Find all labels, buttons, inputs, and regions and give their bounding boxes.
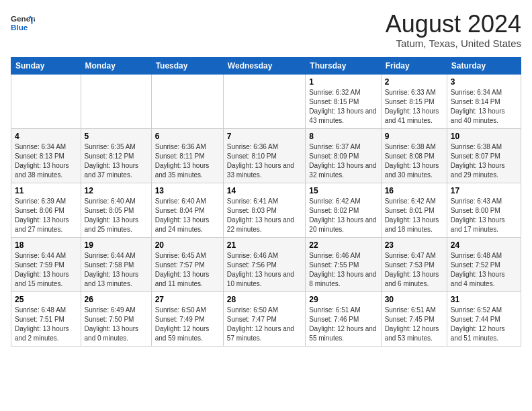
day-cell: 29Sunrise: 6:51 AM Sunset: 7:46 PM Dayli…: [306, 291, 381, 346]
day-number: 13: [155, 186, 220, 195]
day-cell: 5Sunrise: 6:35 AM Sunset: 8:12 PM Daylig…: [81, 128, 151, 183]
day-number: 11: [15, 186, 77, 195]
day-info: Sunrise: 6:51 AM Sunset: 7:45 PM Dayligh…: [385, 306, 443, 343]
day-number: 14: [227, 186, 302, 195]
day-info: Sunrise: 6:50 AM Sunset: 7:49 PM Dayligh…: [155, 306, 220, 343]
day-number: 23: [385, 240, 443, 250]
day-info: Sunrise: 6:49 AM Sunset: 7:50 PM Dayligh…: [85, 306, 148, 343]
week-row-1: 1Sunrise: 6:32 AM Sunset: 8:15 PM Daylig…: [11, 74, 521, 128]
col-header-monday: Monday: [81, 57, 151, 74]
day-info: Sunrise: 6:48 AM Sunset: 7:52 PM Dayligh…: [451, 251, 517, 289]
day-info: Sunrise: 6:38 AM Sunset: 8:08 PM Dayligh…: [385, 142, 443, 180]
col-header-friday: Friday: [381, 57, 447, 74]
day-cell: 13Sunrise: 6:40 AM Sunset: 8:04 PM Dayli…: [151, 183, 223, 237]
day-cell: 24Sunrise: 6:48 AM Sunset: 7:52 PM Dayli…: [447, 237, 521, 291]
day-number: 4: [15, 132, 77, 141]
day-cell: 8Sunrise: 6:37 AM Sunset: 8:09 PM Daylig…: [306, 128, 381, 183]
col-header-thursday: Thursday: [306, 57, 381, 74]
day-info: Sunrise: 6:34 AM Sunset: 8:13 PM Dayligh…: [15, 142, 77, 180]
day-info: Sunrise: 6:35 AM Sunset: 8:12 PM Dayligh…: [85, 142, 148, 180]
day-number: 20: [155, 240, 220, 250]
day-number: 26: [85, 295, 148, 304]
day-info: Sunrise: 6:47 AM Sunset: 7:53 PM Dayligh…: [385, 251, 443, 289]
day-number: 25: [15, 295, 77, 304]
col-header-wednesday: Wednesday: [223, 57, 306, 74]
day-cell: 1Sunrise: 6:32 AM Sunset: 8:15 PM Daylig…: [306, 74, 381, 128]
day-number: 2: [385, 77, 443, 87]
day-number: 22: [309, 240, 377, 250]
week-row-4: 18Sunrise: 6:44 AM Sunset: 7:59 PM Dayli…: [11, 237, 521, 291]
col-header-saturday: Saturday: [447, 57, 521, 74]
col-header-tuesday: Tuesday: [151, 57, 223, 74]
day-cell: 18Sunrise: 6:44 AM Sunset: 7:59 PM Dayli…: [11, 237, 81, 291]
day-cell: 25Sunrise: 6:48 AM Sunset: 7:51 PM Dayli…: [11, 291, 81, 346]
day-info: Sunrise: 6:33 AM Sunset: 8:15 PM Dayligh…: [385, 88, 443, 126]
day-info: Sunrise: 6:52 AM Sunset: 7:44 PM Dayligh…: [451, 306, 517, 343]
day-cell: 30Sunrise: 6:51 AM Sunset: 7:45 PM Dayli…: [381, 291, 447, 346]
day-number: 1: [309, 77, 377, 87]
day-info: Sunrise: 6:50 AM Sunset: 7:47 PM Dayligh…: [227, 306, 302, 343]
day-cell: [223, 74, 306, 128]
day-number: 15: [309, 186, 377, 195]
day-info: Sunrise: 6:37 AM Sunset: 8:09 PM Dayligh…: [309, 142, 377, 180]
day-number: 17: [451, 186, 517, 195]
day-number: 19: [85, 240, 148, 250]
day-number: 9: [385, 132, 443, 141]
day-cell: 4Sunrise: 6:34 AM Sunset: 8:13 PM Daylig…: [11, 128, 81, 183]
day-number: 5: [85, 132, 148, 141]
day-info: Sunrise: 6:41 AM Sunset: 8:03 PM Dayligh…: [227, 197, 302, 234]
day-cell: 2Sunrise: 6:33 AM Sunset: 8:15 PM Daylig…: [381, 74, 447, 128]
day-info: Sunrise: 6:39 AM Sunset: 8:06 PM Dayligh…: [15, 197, 77, 234]
day-cell: [151, 74, 223, 128]
day-cell: 15Sunrise: 6:42 AM Sunset: 8:02 PM Dayli…: [306, 183, 381, 237]
day-number: 16: [385, 186, 443, 195]
day-number: 12: [85, 186, 148, 195]
day-info: Sunrise: 6:44 AM Sunset: 7:59 PM Dayligh…: [15, 251, 77, 289]
day-number: 29: [309, 295, 377, 304]
day-info: Sunrise: 6:44 AM Sunset: 7:58 PM Dayligh…: [85, 251, 148, 289]
day-info: Sunrise: 6:38 AM Sunset: 8:07 PM Dayligh…: [451, 142, 517, 180]
day-info: Sunrise: 6:42 AM Sunset: 8:01 PM Dayligh…: [385, 197, 443, 234]
day-number: 31: [451, 295, 517, 304]
day-cell: 27Sunrise: 6:50 AM Sunset: 7:49 PM Dayli…: [151, 291, 223, 346]
location-title: Tatum, Texas, United States: [386, 38, 521, 49]
week-row-3: 11Sunrise: 6:39 AM Sunset: 8:06 PM Dayli…: [11, 183, 521, 237]
calendar-table: SundayMondayTuesdayWednesdayThursdayFrid…: [11, 57, 521, 347]
day-info: Sunrise: 6:40 AM Sunset: 8:05 PM Dayligh…: [85, 197, 148, 234]
day-cell: 31Sunrise: 6:52 AM Sunset: 7:44 PM Dayli…: [447, 291, 521, 346]
day-cell: 10Sunrise: 6:38 AM Sunset: 8:07 PM Dayli…: [447, 128, 521, 183]
day-cell: 21Sunrise: 6:46 AM Sunset: 7:56 PM Dayli…: [223, 237, 306, 291]
day-cell: 23Sunrise: 6:47 AM Sunset: 7:53 PM Dayli…: [381, 237, 447, 291]
day-info: Sunrise: 6:36 AM Sunset: 8:11 PM Dayligh…: [155, 142, 220, 180]
day-number: 30: [385, 295, 443, 304]
logo: General Blue: [11, 11, 35, 35]
day-cell: 28Sunrise: 6:50 AM Sunset: 7:47 PM Dayli…: [223, 291, 306, 346]
day-number: 18: [15, 240, 77, 250]
day-cell: 9Sunrise: 6:38 AM Sunset: 8:08 PM Daylig…: [381, 128, 447, 183]
day-info: Sunrise: 6:32 AM Sunset: 8:15 PM Dayligh…: [309, 88, 377, 126]
day-number: 24: [451, 240, 517, 250]
day-number: 8: [309, 132, 377, 141]
day-number: 21: [227, 240, 302, 250]
day-cell: 7Sunrise: 6:36 AM Sunset: 8:10 PM Daylig…: [223, 128, 306, 183]
day-number: 28: [227, 295, 302, 304]
day-info: Sunrise: 6:42 AM Sunset: 8:02 PM Dayligh…: [309, 197, 377, 234]
week-row-5: 25Sunrise: 6:48 AM Sunset: 7:51 PM Dayli…: [11, 291, 521, 346]
day-cell: 14Sunrise: 6:41 AM Sunset: 8:03 PM Dayli…: [223, 183, 306, 237]
day-cell: 26Sunrise: 6:49 AM Sunset: 7:50 PM Dayli…: [81, 291, 151, 346]
day-info: Sunrise: 6:51 AM Sunset: 7:46 PM Dayligh…: [309, 306, 377, 343]
day-info: Sunrise: 6:45 AM Sunset: 7:57 PM Dayligh…: [155, 251, 220, 289]
day-cell: 19Sunrise: 6:44 AM Sunset: 7:58 PM Dayli…: [81, 237, 151, 291]
month-title: August 2024: [386, 11, 521, 38]
col-header-sunday: Sunday: [11, 57, 81, 74]
day-cell: 16Sunrise: 6:42 AM Sunset: 8:01 PM Dayli…: [381, 183, 447, 237]
day-number: 7: [227, 132, 302, 141]
day-cell: 11Sunrise: 6:39 AM Sunset: 8:06 PM Dayli…: [11, 183, 81, 237]
day-info: Sunrise: 6:46 AM Sunset: 7:55 PM Dayligh…: [309, 251, 377, 289]
week-row-2: 4Sunrise: 6:34 AM Sunset: 8:13 PM Daylig…: [11, 128, 521, 183]
day-number: 27: [155, 295, 220, 304]
day-cell: [81, 74, 151, 128]
logo-icon: General Blue: [11, 11, 35, 35]
day-cell: [11, 74, 81, 128]
day-info: Sunrise: 6:48 AM Sunset: 7:51 PM Dayligh…: [15, 306, 77, 343]
